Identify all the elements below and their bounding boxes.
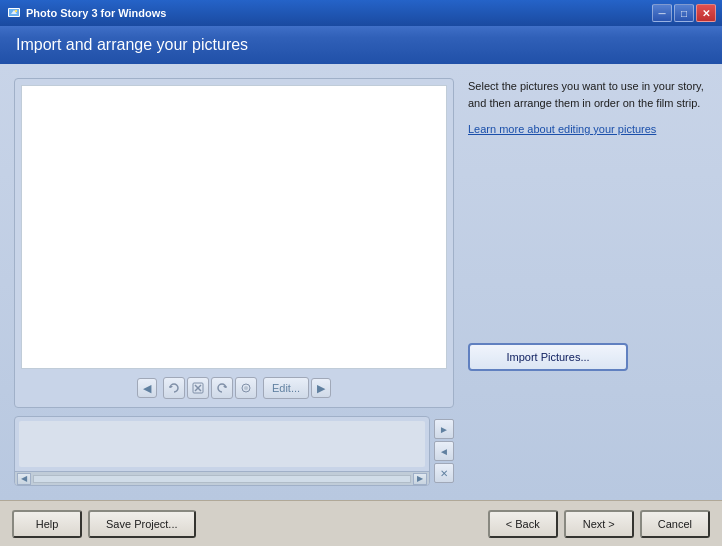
svg-point-3 [15, 10, 17, 12]
filmstrip-scroll-right-button[interactable]: ▶ [413, 473, 427, 485]
window-controls: ─ □ ✕ [652, 4, 716, 22]
learn-more-link[interactable]: Learn more about editing your pictures [468, 123, 708, 135]
filmstrip-scroll-track[interactable] [33, 475, 411, 483]
left-panel: ◀ Ed [14, 78, 454, 486]
bottom-bar: Help Save Project... < Back Next > Cance… [0, 500, 722, 546]
move-right-button[interactable]: ► [434, 419, 454, 439]
filmstrip-area [19, 421, 425, 467]
maximize-button[interactable]: □ [674, 4, 694, 22]
svg-point-10 [244, 386, 248, 390]
close-button[interactable]: ✕ [696, 4, 716, 22]
next-image-button[interactable]: ▶ [311, 378, 331, 398]
rotate-right-icon[interactable] [211, 377, 233, 399]
delete-button[interactable]: ✕ [434, 463, 454, 483]
window-title: Photo Story 3 for Windows [26, 7, 652, 19]
filmstrip-scrollbar: ◀ ▶ [15, 471, 429, 485]
help-button[interactable]: Help [12, 510, 82, 538]
cancel-button[interactable]: Cancel [640, 510, 710, 538]
import-pictures-button[interactable]: Import Pictures... [468, 343, 628, 371]
preview-image [21, 85, 447, 369]
page-title: Import and arrange your pictures [16, 36, 706, 54]
filmstrip-side-controls: ► ◄ ✕ [434, 416, 454, 486]
save-project-button[interactable]: Save Project... [88, 510, 196, 538]
app-icon [6, 5, 22, 21]
right-panel: Select the pictures you want to use in y… [468, 78, 708, 486]
color-icon[interactable] [235, 377, 257, 399]
title-bar: Photo Story 3 for Windows ─ □ ✕ [0, 0, 722, 26]
header: Import and arrange your pictures [0, 26, 722, 64]
prev-image-button[interactable]: ◀ [137, 378, 157, 398]
instructions-text: Select the pictures you want to use in y… [468, 78, 708, 111]
move-left-button[interactable]: ◄ [434, 441, 454, 461]
rotate-left-icon[interactable] [163, 377, 185, 399]
filmstrip-section: ◀ ▶ ► ◄ ✕ [14, 416, 454, 486]
preview-toolbar: ◀ Ed [21, 375, 447, 401]
next-button[interactable]: Next > [564, 510, 634, 538]
back-button[interactable]: < Back [488, 510, 558, 538]
filmstrip-scroll-left-button[interactable]: ◀ [17, 473, 31, 485]
toolbar-icons [163, 377, 257, 399]
filmstrip-container: ◀ ▶ [14, 416, 430, 486]
remove-icon[interactable] [187, 377, 209, 399]
minimize-button[interactable]: ─ [652, 4, 672, 22]
edit-button[interactable]: Edit... [263, 377, 309, 399]
filmstrip-main: ◀ ▶ [14, 416, 430, 486]
preview-container: ◀ Ed [14, 78, 454, 408]
